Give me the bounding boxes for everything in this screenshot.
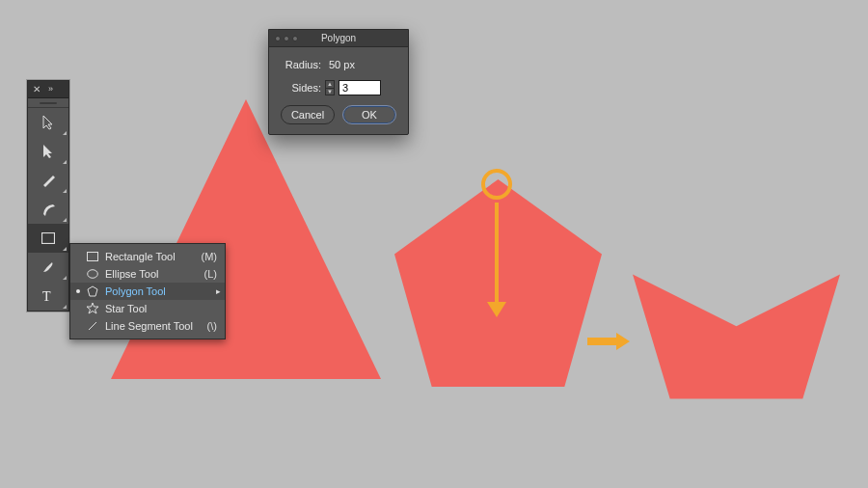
sides-input[interactable] <box>339 80 381 95</box>
flyout-star-tool[interactable]: Star Tool <box>70 300 225 317</box>
flyout-corner-icon <box>63 247 67 251</box>
flyout-corner-icon <box>63 160 67 164</box>
submenu-arrow-icon: ▸ <box>216 286 221 296</box>
flyout-ellipse-tool[interactable]: Ellipse Tool (L) <box>70 265 225 283</box>
polygon-dialog: Polygon Radius: 50 px Sides: ▲ ▼ Cancel … <box>268 29 409 135</box>
tools-panel-header[interactable]: ✕ » <box>28 81 68 98</box>
shape-tool[interactable] <box>28 224 68 253</box>
svg-point-5 <box>88 270 98 279</box>
shape-tool-flyout: Rectangle Tool (M) Ellipse Tool (L) Poly… <box>69 243 226 339</box>
svg-marker-7 <box>87 303 98 313</box>
radius-label: Radius: <box>281 59 321 70</box>
curvature-tool[interactable] <box>28 195 68 224</box>
step-down-icon[interactable]: ▼ <box>326 89 334 95</box>
svg-marker-6 <box>88 286 97 296</box>
dialog-titlebar[interactable]: Polygon <box>269 30 408 47</box>
expand-icon[interactable]: » <box>48 85 53 94</box>
flyout-shortcut: (\) <box>207 320 217 332</box>
flyout-corner-icon <box>63 189 67 193</box>
flyout-corner-icon <box>63 218 67 222</box>
svg-marker-1 <box>633 275 840 399</box>
cancel-button[interactable]: Cancel <box>281 105 335 124</box>
paintbrush-tool[interactable] <box>28 253 68 282</box>
flyout-label: Line Segment Tool <box>105 320 202 332</box>
type-tool[interactable]: T <box>28 282 68 311</box>
flyout-corner-icon <box>63 131 67 135</box>
radius-row: Radius: 50 px <box>281 59 396 70</box>
direct-selection-tool[interactable] <box>28 137 68 166</box>
rectangle-icon <box>86 252 99 261</box>
star-icon <box>86 303 99 314</box>
line-icon <box>86 320 99 332</box>
polygon-icon <box>86 285 99 297</box>
pen-tool[interactable] <box>28 166 68 195</box>
window-controls[interactable] <box>275 36 298 41</box>
result-arrow-icon <box>587 338 616 345</box>
flyout-label: Rectangle Tool <box>105 251 196 262</box>
radius-value[interactable]: 50 px <box>325 59 355 70</box>
selection-tool[interactable] <box>28 108 68 137</box>
svg-rect-2 <box>42 233 55 244</box>
ellipse-icon <box>86 269 99 279</box>
flyout-polygon-tool[interactable]: Polygon Tool ▸ <box>70 283 225 300</box>
flyout-label: Star Tool <box>105 303 211 314</box>
sides-stepper[interactable]: ▲ ▼ <box>325 80 335 95</box>
flyout-line-segment-tool[interactable]: Line Segment Tool (\) <box>70 317 225 335</box>
svg-line-8 <box>89 322 96 330</box>
flyout-label: Ellipse Tool <box>105 268 199 280</box>
step-up-icon[interactable]: ▲ <box>326 81 334 89</box>
svg-rect-4 <box>88 253 98 261</box>
drag-down-arrow-icon <box>495 203 499 304</box>
anchor-highlight-icon <box>481 169 512 200</box>
flyout-shortcut: (L) <box>204 268 217 280</box>
flyout-corner-icon <box>63 305 67 309</box>
svg-text:T: T <box>42 289 51 303</box>
flyout-corner-icon <box>63 276 67 280</box>
flyout-rectangle-tool[interactable]: Rectangle Tool (M) <box>70 248 225 265</box>
flyout-label: Polygon Tool <box>105 285 217 297</box>
canvas-edited-pentagon <box>633 274 840 399</box>
tools-panel: ✕ » T <box>27 80 69 312</box>
sides-label: Sides: <box>281 82 321 94</box>
ok-button[interactable]: OK <box>342 105 396 124</box>
close-icon[interactable]: ✕ <box>33 85 41 95</box>
sides-row: Sides: ▲ ▼ <box>281 80 396 95</box>
flyout-shortcut: (M) <box>202 251 218 262</box>
panel-grip[interactable] <box>28 98 68 108</box>
